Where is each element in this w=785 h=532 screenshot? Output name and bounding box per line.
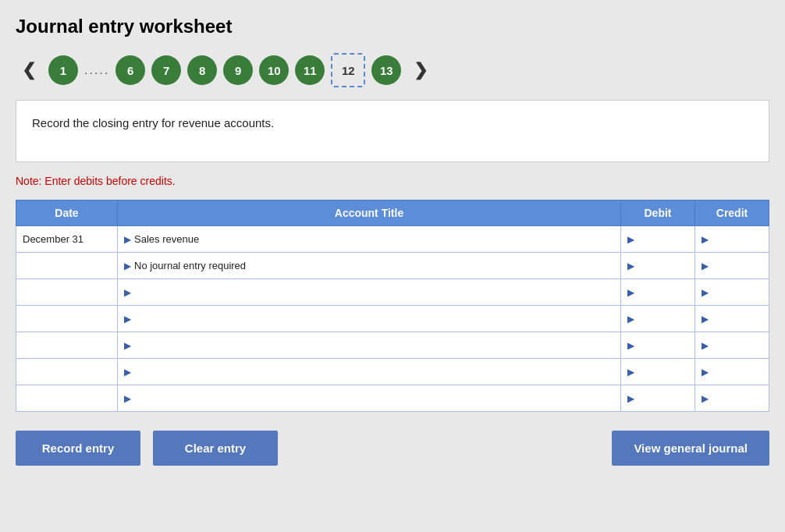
debit-cell-1[interactable]: ▶ xyxy=(621,226,695,253)
instruction-text: Record the closing entry for revenue acc… xyxy=(32,116,274,129)
account-cell-7[interactable]: ▶ xyxy=(118,385,621,412)
debit-arrow-7: ▶ xyxy=(627,393,634,404)
account-cell-1[interactable]: ▶ Sales revenue xyxy=(118,226,621,253)
account-cell-6[interactable]: ▶ xyxy=(118,359,621,385)
account-arrow-3: ▶ xyxy=(124,287,131,298)
table-row: ▶ ▶ ▶ xyxy=(16,359,769,385)
account-cell-4[interactable]: ▶ xyxy=(118,306,621,332)
page-8[interactable]: 8 xyxy=(187,55,217,85)
credit-cell-7[interactable]: ▶ xyxy=(695,385,769,412)
table-row: ▶ ▶ ▶ xyxy=(16,279,769,306)
table-row: ▶ ▶ ▶ xyxy=(16,306,769,332)
debit-arrow-5: ▶ xyxy=(627,340,634,351)
prev-button[interactable]: ❮ xyxy=(16,57,42,83)
buttons-row: Record entry Clear entry View general jo… xyxy=(16,431,769,466)
credit-cell-2[interactable]: ▶ xyxy=(695,253,769,279)
credit-cell-5[interactable]: ▶ xyxy=(695,332,769,359)
page-12-active[interactable]: 12 xyxy=(331,53,365,87)
account-cell-2[interactable]: ▶ No journal entry required xyxy=(118,253,621,279)
view-general-journal-button[interactable]: View general journal xyxy=(612,431,769,466)
debit-arrow-4: ▶ xyxy=(627,314,634,325)
date-cell-2 xyxy=(16,253,118,279)
pagination-dots: ..... xyxy=(84,63,109,77)
debit-cell-5[interactable]: ▶ xyxy=(621,332,695,359)
table-row: ▶ ▶ ▶ xyxy=(16,385,769,412)
debit-cell-2[interactable]: ▶ xyxy=(621,253,695,279)
col-header-credit: Credit xyxy=(695,200,769,226)
account-arrow-5: ▶ xyxy=(124,340,131,351)
debit-cell-7[interactable]: ▶ xyxy=(621,385,695,412)
date-cell-6 xyxy=(16,359,118,385)
date-cell-4 xyxy=(16,306,118,332)
debit-cell-3[interactable]: ▶ xyxy=(621,279,695,306)
debit-arrow-3: ▶ xyxy=(627,287,634,298)
account-text-2: No journal entry required xyxy=(134,260,246,271)
instruction-box: Record the closing entry for revenue acc… xyxy=(16,100,769,162)
account-cell-3[interactable]: ▶ xyxy=(118,279,621,306)
page-1[interactable]: 1 xyxy=(48,55,78,85)
credit-cell-6[interactable]: ▶ xyxy=(695,359,769,385)
clear-entry-button[interactable]: Clear entry xyxy=(153,431,278,466)
account-arrow-1: ▶ xyxy=(124,234,131,245)
note-text: Note: Enter debits before credits. xyxy=(16,175,769,187)
credit-arrow-3: ▶ xyxy=(702,287,709,298)
credit-arrow-5: ▶ xyxy=(702,340,709,351)
table-row: December 31 ▶ Sales revenue ▶ ▶ xyxy=(16,226,769,253)
credit-arrow-2: ▶ xyxy=(702,261,709,271)
page-6[interactable]: 6 xyxy=(115,55,145,85)
date-cell-7 xyxy=(16,385,118,412)
table-row: ▶ No journal entry required ▶ ▶ xyxy=(16,253,769,279)
page-11[interactable]: 11 xyxy=(295,55,325,85)
date-cell-3 xyxy=(16,279,118,306)
account-arrow-4: ▶ xyxy=(124,314,131,325)
pagination: ❮ 1 ..... 6 7 8 9 10 11 12 13 ❯ xyxy=(16,53,769,87)
record-entry-button[interactable]: Record entry xyxy=(16,431,140,466)
debit-cell-4[interactable]: ▶ xyxy=(621,306,695,332)
account-arrow-7: ▶ xyxy=(124,393,131,404)
credit-cell-3[interactable]: ▶ xyxy=(695,279,769,306)
account-arrow-2: ▶ xyxy=(124,261,131,271)
col-header-date: Date xyxy=(16,200,118,226)
account-text-1: Sales revenue xyxy=(134,233,199,245)
debit-arrow-6: ▶ xyxy=(627,367,634,378)
credit-cell-1[interactable]: ▶ xyxy=(695,226,769,253)
journal-table: Date Account Title Debit Credit December… xyxy=(16,200,769,412)
account-cell-5[interactable]: ▶ xyxy=(118,332,621,359)
col-header-account: Account Title xyxy=(118,200,621,226)
page-13[interactable]: 13 xyxy=(371,55,401,85)
page-title: Journal entry worksheet xyxy=(16,16,769,37)
credit-arrow-4: ▶ xyxy=(702,314,709,325)
credit-arrow-1: ▶ xyxy=(702,234,709,245)
page-7[interactable]: 7 xyxy=(151,55,181,85)
credit-arrow-7: ▶ xyxy=(702,393,709,404)
debit-arrow-2: ▶ xyxy=(627,261,634,271)
date-cell-5 xyxy=(16,332,118,359)
next-button[interactable]: ❯ xyxy=(407,57,434,83)
account-arrow-6: ▶ xyxy=(124,367,131,378)
col-header-debit: Debit xyxy=(621,200,695,226)
table-row: ▶ ▶ ▶ xyxy=(16,332,769,359)
credit-arrow-6: ▶ xyxy=(702,367,709,378)
debit-cell-6[interactable]: ▶ xyxy=(621,359,695,385)
credit-cell-4[interactable]: ▶ xyxy=(695,306,769,332)
debit-arrow-1: ▶ xyxy=(627,234,634,245)
page-9[interactable]: 9 xyxy=(223,55,253,85)
date-cell-1: December 31 xyxy=(16,226,118,253)
page-10[interactable]: 10 xyxy=(259,55,289,85)
